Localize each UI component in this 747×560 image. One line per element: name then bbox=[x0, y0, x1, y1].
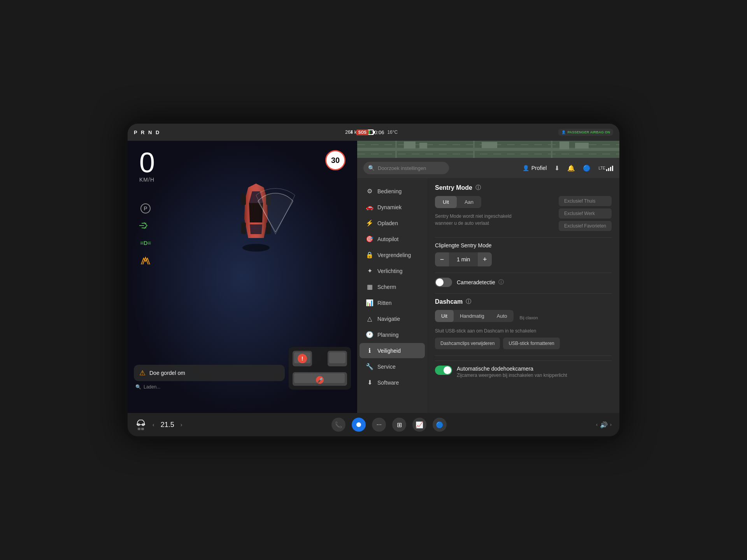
nav-item-veiligheid[interactable]: ℹ Veiligheid bbox=[359, 343, 425, 358]
temp-left-chevron[interactable]: ‹ bbox=[153, 422, 154, 428]
camera-detection-label: Cameradetectie ⓘ bbox=[457, 279, 504, 286]
nav-item-service[interactable]: 🔧 Service bbox=[359, 359, 425, 374]
time-display: 10:06 bbox=[372, 130, 384, 135]
car-select-icon[interactable] bbox=[135, 418, 146, 431]
map-button[interactable]: ⊞ bbox=[392, 418, 406, 432]
software-icon: ⬇ bbox=[366, 379, 374, 386]
camera-detection-text: Cameradetectie bbox=[457, 279, 495, 285]
clip-length-section: Cliplengte Sentry Mode − 1 min + bbox=[435, 242, 612, 266]
sentry-info-icon[interactable]: ⓘ bbox=[475, 184, 481, 191]
dashcam-auto-button[interactable]: Auto bbox=[491, 310, 514, 322]
divider-2 bbox=[435, 273, 612, 273]
dashcam-controls-row: Uit Handmatig Auto Bij claxon bbox=[435, 310, 612, 325]
auto-camera-thumb bbox=[444, 366, 451, 374]
signal-bar-2 bbox=[608, 168, 609, 171]
vol-right-chevron[interactable]: › bbox=[610, 422, 612, 427]
profile-label: Profiel bbox=[531, 165, 547, 171]
bottom-warning-area: ⚠ Doe gordel om 🔍 Laden... bbox=[128, 347, 357, 390]
software-label: Software bbox=[377, 380, 399, 386]
volume-icon[interactable]: 🔊 bbox=[600, 421, 608, 429]
top-status-bar: P R N D 264 km ⬇ SOS 10:06 16°C 👤 PASSEN… bbox=[128, 124, 619, 141]
sentry-side-options: Exclusief Thuis Exclusief Werk Exclusief… bbox=[559, 196, 612, 231]
nav-item-autopilot[interactable]: 🎯 Autopilot bbox=[359, 231, 425, 247]
veiligheid-label: Veiligheid bbox=[377, 348, 401, 354]
seatbelt-text: Doe gordel om bbox=[149, 370, 185, 376]
usb-instruction: Sluit USB-stick aan om Dashcam in te sch… bbox=[435, 328, 612, 334]
svg-rect-28 bbox=[404, 142, 416, 149]
dashcam-off-button[interactable]: Uit bbox=[435, 310, 454, 322]
settings-content: Sentry Mode ⓘ Uit Aan Sentry Mode wordt … bbox=[427, 178, 619, 413]
auto-camera-section: Automatische dodehoekcamera Zijcamera we… bbox=[435, 360, 612, 378]
phone-icon: 📞 bbox=[335, 421, 342, 429]
navigatie-icon: △ bbox=[366, 315, 374, 322]
dashcam-manual-button[interactable]: Handmatig bbox=[454, 310, 491, 322]
dashcam-info-icon[interactable]: ⓘ bbox=[466, 298, 471, 305]
notification-icon[interactable]: 🔔 bbox=[567, 164, 575, 172]
download-icon: ⬇ bbox=[349, 130, 353, 135]
screen-inner: P R N D 264 km ⬇ SOS 10:06 16°C 👤 PASSEN… bbox=[128, 124, 619, 436]
signal-bar-1 bbox=[606, 169, 607, 171]
sentry-on-button[interactable]: Aan bbox=[457, 196, 481, 208]
camera-detection-toggle[interactable] bbox=[435, 278, 452, 287]
speed-limit-value: 30 bbox=[331, 156, 340, 165]
camera-detection-info-icon[interactable]: ⓘ bbox=[498, 279, 504, 286]
vol-left-chevron[interactable]: ‹ bbox=[596, 422, 598, 427]
svg-rect-30 bbox=[482, 142, 497, 148]
auto-camera-title: Automatische dodehoekcamera bbox=[457, 366, 612, 372]
nav-item-navigatie[interactable]: △ Navigatie bbox=[359, 311, 425, 326]
dynamiek-label: Dynamiek bbox=[377, 204, 402, 210]
nav-item-opladen[interactable]: ⚡ Opladen bbox=[359, 215, 425, 231]
planning-icon: 🕐 bbox=[366, 331, 374, 338]
camera-button[interactable] bbox=[352, 418, 366, 432]
exclusief-thuis-button[interactable]: Exclusief Thuis bbox=[559, 196, 612, 206]
exclusief-werk-button[interactable]: Exclusief Werk bbox=[559, 208, 612, 219]
sentry-mode-section: Sentry Mode ⓘ Uit Aan Sentry Mode wordt … bbox=[435, 184, 612, 231]
bluetooth-button[interactable]: 🔵 bbox=[433, 418, 447, 432]
format-usb-button[interactable]: USB-stick formatteren bbox=[503, 338, 559, 349]
auto-camera-toggle[interactable] bbox=[435, 366, 452, 375]
search-box[interactable]: 🔍 Doorzoek instellingen bbox=[363, 162, 449, 174]
profile-button[interactable]: 👤 Profiel bbox=[523, 165, 547, 171]
stepper-plus-button[interactable]: + bbox=[478, 252, 492, 266]
remove-clips-button[interactable]: Dashcamclips verwijderen bbox=[435, 338, 500, 349]
nav-item-planning[interactable]: 🕐 Planning bbox=[359, 327, 425, 342]
service-label: Service bbox=[377, 364, 396, 370]
sos-badge: SOS bbox=[356, 130, 368, 135]
autopilot-label: Autopilot bbox=[377, 236, 398, 242]
right-panel: 🔍 Doorzoek instellingen 👤 Profiel ⬇ 🔔 🔵 … bbox=[357, 141, 619, 413]
toggle-thumb bbox=[436, 278, 444, 286]
dashcam-title-text: Dashcam bbox=[435, 298, 463, 305]
temp-right-chevron[interactable]: › bbox=[181, 422, 182, 428]
top-center-icons: ⬇ SOS 10:06 16°C bbox=[349, 130, 398, 135]
sentry-title-text: Sentry Mode bbox=[435, 184, 472, 191]
nav-item-verlichting[interactable]: ✦ Verlichting bbox=[359, 263, 425, 278]
energy-icon: 📈 bbox=[416, 421, 423, 429]
energy-button[interactable]: 📈 bbox=[412, 418, 426, 432]
speed-limit-circle: 30 bbox=[325, 150, 345, 170]
svg-text:!: ! bbox=[302, 355, 303, 362]
exclusief-favorieten-button[interactable]: Exclusief Favorieten bbox=[559, 221, 612, 231]
nav-item-software[interactable]: ⬇ Software bbox=[359, 375, 425, 390]
dashcam-title: Dashcam ⓘ bbox=[435, 298, 612, 305]
sentry-off-button[interactable]: Uit bbox=[435, 196, 457, 208]
bluetooth-icon[interactable]: 🔵 bbox=[583, 164, 591, 172]
stepper-minus-button[interactable]: − bbox=[435, 252, 449, 266]
planning-label: Planning bbox=[377, 332, 399, 338]
nav-item-ritten[interactable]: 📊 Ritten bbox=[359, 295, 425, 310]
auto-camera-subtitle: Zijcamera weergeven bij inschakelen van … bbox=[457, 373, 612, 378]
svg-rect-32 bbox=[575, 143, 589, 149]
more-options-button[interactable]: ··· bbox=[372, 418, 386, 432]
passenger-icon: 👤 bbox=[561, 130, 566, 134]
warning-box: ⚠ Doe gordel om 🔍 Laden... bbox=[134, 365, 285, 390]
signal-bar-3 bbox=[610, 167, 611, 171]
clip-length-stepper: − 1 min + bbox=[435, 252, 492, 266]
nav-item-scherm[interactable]: ▦ Scherm bbox=[359, 279, 425, 294]
download-icon[interactable]: ⬇ bbox=[554, 164, 559, 172]
settings-body: ⚙ Bediening 🚗 Dynamiek ⚡ Opladen 🎯 bbox=[357, 178, 619, 413]
nav-item-bediening[interactable]: ⚙ Bediening bbox=[359, 184, 425, 199]
nav-item-vergrendeling[interactable]: 🔒 Vergrendeling bbox=[359, 247, 425, 262]
lte-label: LTE bbox=[598, 166, 605, 170]
left-panel: 0 KM/H 30 P bbox=[128, 141, 357, 413]
phone-button[interactable]: 📞 bbox=[331, 418, 345, 432]
nav-item-dynamiek[interactable]: 🚗 Dynamiek bbox=[359, 200, 425, 215]
